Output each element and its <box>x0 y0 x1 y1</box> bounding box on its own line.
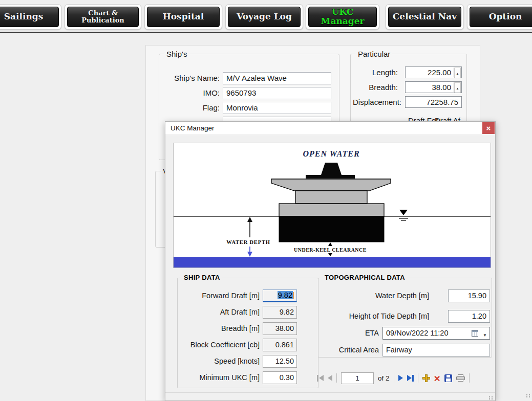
length-spin-buttons[interactable]: ▲▼ <box>454 68 461 77</box>
height-of-tide-label: Height of Tide Depth [m] <box>329 310 429 323</box>
nav-button-option[interactable]: Option <box>467 4 532 30</box>
ship-data-groupbox: SHIP DATA Forward Draft [m] 9.82 Aft Dra… <box>177 278 318 388</box>
move-first-icon[interactable] <box>317 375 324 382</box>
move-previous-icon[interactable] <box>328 375 332 381</box>
ukc-label: UNDER-KEEL CLEARANCE <box>294 247 367 253</box>
record-count-label: of 2 <box>378 374 390 382</box>
navigator-separator <box>336 373 337 383</box>
aft-draft-label: Aft Draft [m] <box>179 306 260 319</box>
close-icon[interactable]: × <box>482 122 495 134</box>
add-new-icon[interactable] <box>422 374 430 382</box>
speed-label: Speed [knots] <box>179 355 260 368</box>
record-position-input[interactable]: 1 <box>341 372 374 384</box>
imo-field[interactable]: 9650793 <box>223 87 331 99</box>
ship-bridge-wing <box>271 179 391 191</box>
ship-funnel <box>321 163 342 175</box>
navigator-separator <box>469 373 470 383</box>
ship-superstructure <box>295 191 367 204</box>
navigator-separator <box>394 373 394 383</box>
forward-draft-label: Forward Draft [m] <box>179 289 260 302</box>
nav-button-voyage-log[interactable]: Voyage Log <box>225 4 303 30</box>
critical-area-field[interactable]: Fairway <box>382 344 490 357</box>
dialog-bottom-divider <box>165 392 495 393</box>
eta-datetime-picker[interactable]: 09/Nov/2022 11:20 ▼ <box>382 327 490 340</box>
breadth-m-label: Breadth [m] <box>179 322 260 335</box>
nav-button-hospital[interactable]: Hospital <box>144 4 222 30</box>
dialog-titlebar[interactable]: UKC Manager × <box>165 122 495 135</box>
breadth-m-field[interactable]: 38.00 <box>263 322 297 335</box>
eta-label: ETA <box>329 327 379 340</box>
displacement-field[interactable]: 72258.75 <box>405 96 462 108</box>
move-last-icon[interactable] <box>407 375 414 382</box>
nav-button-ukc-manager[interactable]: UKC Manager <box>306 4 379 30</box>
spin-up-icon: ▲ <box>454 68 461 78</box>
nav-button-chart-publication[interactable]: Chart & Publication <box>65 4 141 30</box>
particular-group-title: Particular <box>356 50 392 58</box>
navbar-divider <box>0 32 532 33</box>
breadth-spin-buttons[interactable]: ▲▼ <box>454 82 461 92</box>
minimum-ukc-field[interactable]: 0.30 <box>263 371 297 384</box>
height-of-tide-field[interactable]: 1.20 <box>448 310 490 323</box>
ship-hull-submerged <box>279 216 384 242</box>
seabed-bar <box>174 257 491 268</box>
ukc-diagram: OPEN WATER WATER DEPTH UNDER-KEEL <box>174 143 491 268</box>
print-icon[interactable] <box>456 374 465 382</box>
breadth-spinner[interactable]: 38.00 ▲▼ <box>405 81 462 93</box>
ukc-arrow-down <box>328 253 332 256</box>
minimum-ukc-label: Minimum UKC [m] <box>179 371 260 384</box>
text-caret <box>293 292 294 299</box>
water-depth-field[interactable]: 15.90 <box>448 289 490 302</box>
delete-icon[interactable]: × <box>434 374 440 382</box>
diagram-title: OPEN WATER <box>303 149 359 158</box>
aft-draft-field[interactable]: 9.82 <box>263 306 297 319</box>
water-depth-arrow-down <box>247 252 252 257</box>
ships-group-title: Ship's <box>164 50 189 58</box>
navigator-separator <box>418 373 418 383</box>
displacement-label: Displacement: <box>353 96 398 108</box>
block-coefficient-field[interactable]: 0.861 <box>263 339 297 351</box>
spin-up-icon: ▲ <box>454 82 461 93</box>
imo-label: IMO: <box>163 87 220 99</box>
ukc-arrow-up <box>328 242 332 246</box>
ship-data-title: SHIP DATA <box>182 274 222 281</box>
ukc-manager-dialog: UKC Manager × OPEN WATER WATER DEPTH <box>165 121 496 401</box>
ships-name-field[interactable]: M/V Azalea Wave <box>223 72 331 84</box>
nav-button-celestial-nav[interactable]: Celestial Nav <box>386 4 464 30</box>
dialog-resize-grip[interactable] <box>489 396 493 399</box>
calendar-icon[interactable] <box>472 330 478 337</box>
window-resize-grip[interactable] <box>526 394 530 397</box>
topo-data-title: TOPOGRAPHICAL DATA <box>323 274 407 281</box>
dialog-title: UKC Manager <box>171 122 215 135</box>
water-depth-field-label: Water Depth [m] <box>329 289 429 302</box>
calendar-dropdown-icon[interactable]: ▼ <box>483 329 487 341</box>
topo-data-groupbox: TOPOGRAPHICAL DATA Water Depth [m] 15.90… <box>318 278 492 358</box>
move-next-icon[interactable] <box>398 375 403 381</box>
forward-draft-field[interactable]: 9.82 <box>263 289 297 302</box>
breadth-label: Breadth: <box>353 81 398 94</box>
nav-button-sailings[interactable]: Sailings <box>0 4 61 30</box>
length-label: Length: <box>353 66 398 79</box>
flag-field[interactable]: Monrovia <box>223 102 331 114</box>
speed-field[interactable]: 12.50 <box>263 355 297 368</box>
critical-area-label: Critical Area <box>329 344 379 357</box>
save-icon[interactable] <box>444 374 452 382</box>
block-coefficient-label: Block Coefficient [cb] <box>179 339 260 351</box>
water-depth-label: WATER DEPTH <box>226 239 270 245</box>
length-spinner[interactable]: 225.00 ▲▼ <box>405 66 462 78</box>
ship-mast-deck <box>306 175 355 179</box>
flag-label: Flag: <box>163 102 220 114</box>
record-navigator: 1 of 2 × <box>317 369 496 387</box>
ships-name-label: Ship's Name: <box>163 72 220 84</box>
draft-mark-icon <box>399 210 408 215</box>
ukc-diagram-panel: OPEN WATER WATER DEPTH UNDER-KEEL <box>173 143 491 268</box>
ship-freeboard <box>279 204 384 216</box>
